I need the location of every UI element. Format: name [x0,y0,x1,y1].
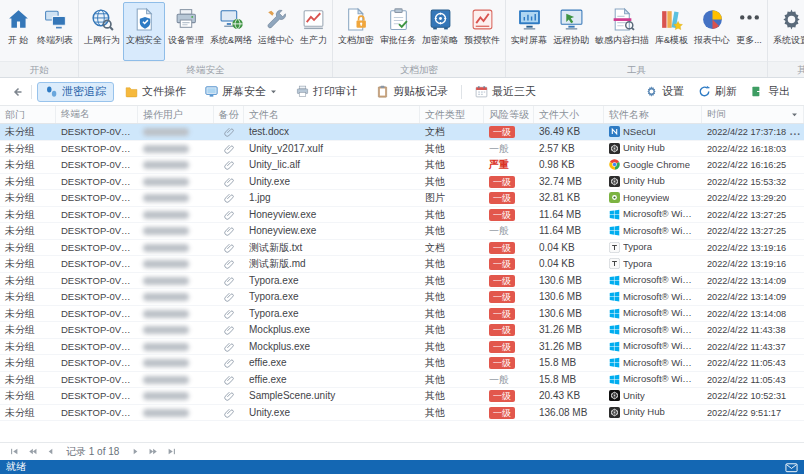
ribbon-item-system-network[interactable]: 系统&网络 [207,2,255,61]
library-template-icon [659,7,684,32]
ribbon-item-approval-tasks[interactable]: 审批任务 [377,2,419,61]
ribbon-item-device-management[interactable]: 设备管理 [165,2,207,61]
redacted-operator [143,293,189,301]
table-row[interactable]: 未分组DESKTOP-0VIDMDJTypora.exe其他一级130.6 MB… [0,273,804,290]
table-row[interactable]: 未分组DESKTOP-0VIDMDJUnity.exe其他一级32.74 MBU… [0,174,804,191]
ribbon-item-web-behavior[interactable]: 上网行为 [81,2,123,61]
ribbon-item-ops-center[interactable]: 运维中心 [255,2,297,61]
pager-first-button[interactable] [8,446,20,458]
column-header-4[interactable]: 文件名 [244,106,420,123]
cell-size: 15.8 MB [534,372,604,388]
column-header-3[interactable]: 备份 [214,106,244,123]
app-typora [609,242,620,253]
table-row[interactable]: 未分组DESKTOP-0VIDMDJSampleScene.unity其他一级2… [0,388,804,405]
cell-operator [138,355,214,371]
ribbon-item-home[interactable]: 开 始 [2,2,34,61]
table-row[interactable]: 未分组DESKTOP-0VIDMDJeffie.exe其他一般15.8 MBMi… [0,372,804,389]
tab-print-audit[interactable]: 打印审计 [288,82,365,102]
cell-software: Unity [604,388,702,404]
pager-fast-next-button[interactable] [147,446,159,458]
risk-badge: 一级 [489,192,515,204]
software-name: Microsoft® Windows® Oper... [623,306,697,322]
column-header-0[interactable]: 部门 [0,106,56,123]
export-button[interactable]: 导出 [745,82,796,102]
ribbon-item-remote-assist[interactable]: 远程协助 [550,2,592,61]
ribbon-item-label: 系统&网络 [210,34,252,47]
pager-prev-button[interactable] [44,446,56,458]
column-header-1[interactable]: 终端名 [56,106,138,123]
risk-badge: 一级 [489,390,515,402]
ribbon-item-preauth-software[interactable]: 预授软件 [461,2,503,61]
table-row[interactable]: 未分组DESKTOP-0VIDMDJTypora.exe其他一级130.6 MB… [0,306,804,323]
table-row[interactable]: 未分组DESKTOP-0VIDMDJHoneyview.exe其他一般11.64… [0,223,804,240]
cell-filename: 测试新版.txt [244,240,420,256]
column-header-2[interactable]: 操作用户 [138,106,214,123]
app-windows [609,308,620,319]
cell-filetype: 其他 [420,322,484,338]
cell-filetype: 文档 [420,240,484,256]
column-header-9[interactable]: 时间 [702,106,804,123]
column-header-5[interactable]: 文件类型 [420,106,484,123]
cell-backup [214,339,244,355]
table-row[interactable]: 未分组DESKTOP-0VIDMDJtest.docx文档一级36.49 KBN… [0,124,804,141]
tab-clipboard[interactable]: 剪贴板记录 [368,82,456,102]
table-row[interactable]: 未分组DESKTOP-0VIDMDJUnity.exe其他一级136.08 MB… [0,405,804,422]
cell-size: 11.64 MB [534,223,604,239]
ribbon-item-more[interactable]: 更多... [733,2,765,61]
cell-terminal: DESKTOP-0VIDMDJ [56,240,138,256]
refresh-button[interactable]: 刷新 [692,82,743,102]
ribbon-item-live-screen[interactable]: 实时屏幕 [508,2,550,61]
table-row[interactable]: 未分组DESKTOP-0VIDMDJ1.jpg图片一级32.81 KBHoney… [0,190,804,207]
pg-next-icon [131,447,140,456]
cell-operator [138,322,214,338]
cell-department: 未分组 [0,322,56,338]
table-row[interactable]: 未分组DESKTOP-0VIDMDJUnity_lic.alf其他严重0.98 … [0,157,804,174]
tab-screen-security[interactable]: 屏幕安全 [197,82,285,102]
ribbon-item-doc-security[interactable]: 文档安全 [123,2,165,61]
tab-leak-trace[interactable]: 泄密追踪 [37,82,114,102]
system-network-icon [219,7,244,32]
cell-backup [214,372,244,388]
cell-operator [138,124,214,140]
refresh-icon [698,85,711,98]
pager-last-button[interactable] [165,446,177,458]
table-row[interactable]: 未分组DESKTOP-0VIDMDJHoneyview.exe其他一级11.64… [0,207,804,224]
table-row[interactable]: 未分组DESKTOP-0VIDMDJ测试新版.md其他一级0.04 KBTypo… [0,256,804,273]
date-filter-button[interactable]: 最近三天 [467,82,544,102]
cell-terminal: DESKTOP-0VIDMDJ [56,157,138,173]
tab-folder[interactable]: 文件操作 [117,82,194,102]
pager-fast-prev-button[interactable] [26,446,38,458]
table-row[interactable]: 未分组DESKTOP-0VIDMDJUnity_v2017.xulf其他一般2.… [0,141,804,158]
settings-gear-icon [645,85,658,98]
ribbon-item-system-settings[interactable]: 系统设置 [770,2,804,61]
pager-next-button[interactable] [129,446,141,458]
table-row[interactable]: 未分组DESKTOP-0VIDMDJeffie.exe其他一级15.8 MBMi… [0,355,804,372]
column-label: 文件名 [249,108,279,122]
ribbon-item-library-template[interactable]: 库&模板 [652,2,691,61]
column-label: 软件名称 [609,108,649,122]
ribbon-item-productivity[interactable]: 生产力 [297,2,330,61]
pg-prev2-icon [28,447,37,456]
ribbon-item-terminal-list[interactable]: 终端列表 [34,2,76,61]
column-header-8[interactable]: 软件名称 [604,106,702,123]
row-more-button[interactable]: ... [790,124,801,140]
software-name: Microsoft® Windows® Oper... [623,339,697,355]
cell-software: Unity Hub [604,141,702,157]
table-row[interactable]: 未分组DESKTOP-0VIDMDJTypora.exe其他一级130.6 MB… [0,289,804,306]
cell-risk: 一级 [484,256,534,272]
ribbon-item-doc-encryption[interactable]: 文档加密 [335,2,377,61]
column-label: 部门 [5,108,25,122]
column-header-7[interactable]: 文件大小 [534,106,604,123]
table-row[interactable]: 未分组DESKTOP-0VIDMDJMockplus.exe其他一级31.26 … [0,339,804,356]
redacted-operator [143,409,189,417]
message-envelope-icon[interactable] [785,461,798,474]
cell-filetype: 其他 [420,388,484,404]
ribbon-item-sensitive-scan[interactable]: 敏感内容扫描 [592,2,652,61]
back-button[interactable] [8,83,26,101]
column-header-6[interactable]: 风险等级 [484,106,534,123]
ribbon-item-report-center[interactable]: 报表中心 [691,2,733,61]
settings-button[interactable]: 设置 [639,82,690,102]
table-row[interactable]: 未分组DESKTOP-0VIDMDJ测试新版.txt文档一级0.04 KBTyp… [0,240,804,257]
ribbon-item-encryption-policy[interactable]: 加密策略 [419,2,461,61]
table-row[interactable]: 未分组DESKTOP-0VIDMDJMockplus.exe其他一级31.26 … [0,322,804,339]
